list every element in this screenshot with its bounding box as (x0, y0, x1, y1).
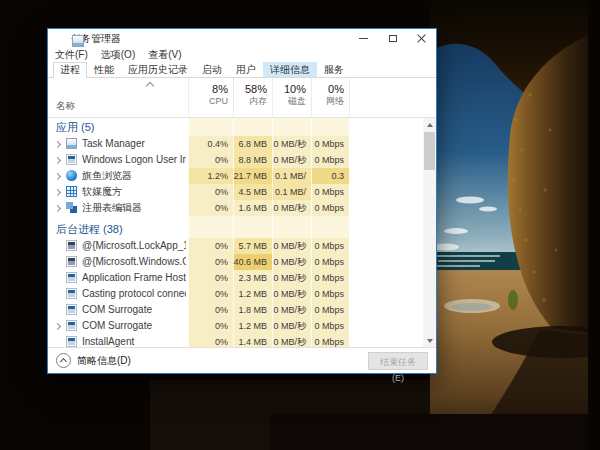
table-row[interactable]: @{Microsoft.LockApp_10.0.1... 0% 5.7 MB … (48, 238, 423, 254)
task-manager-window: 任务管理器 文件(F) 选项(O) 查看(V) 进程 性能 应用历史记录 启动 … (47, 28, 437, 374)
network-value-cell: 0 Mbps (311, 184, 349, 200)
process-groups: 应用 (5) Task Manager 0.4% 6.8 MB 0 MB/秒 0… (48, 118, 423, 347)
chevron-right-icon[interactable] (54, 140, 62, 148)
footer-bar: 简略信息(D) 结束任务(E) (48, 347, 436, 373)
memory-value-cell: 40.6 MB (233, 254, 272, 270)
disk-value-cell: 0 MB/秒 (272, 286, 311, 302)
cpu-value-cell: 0% (188, 334, 233, 347)
tab-startup[interactable]: 启动 (195, 62, 229, 77)
memory-value-cell: 21.7 MB (233, 168, 272, 184)
process-icon (66, 186, 77, 197)
taskmgr-icon (72, 35, 84, 47)
tab-performance[interactable]: 性能 (87, 62, 121, 77)
process-list: 应用 (5) Task Manager 0.4% 6.8 MB 0 MB/秒 0… (48, 118, 436, 347)
disk-value-cell: 0.1 MB/秒 (272, 184, 311, 200)
group-header-background[interactable]: 后台进程 (38) (48, 220, 423, 238)
table-row[interactable]: Application Frame Host 0% 2.3 MB 0 MB/秒 … (48, 270, 423, 286)
group-header-apps[interactable]: 应用 (5) (48, 118, 423, 136)
process-icon (66, 320, 77, 331)
memory-value-cell: 4.5 MB (233, 184, 272, 200)
process-icon (66, 288, 77, 299)
vertical-scrollbar[interactable] (423, 118, 436, 347)
network-value-cell: 0 Mbps (311, 254, 349, 270)
memory-value-cell: 2.3 MB (233, 270, 272, 286)
scroll-down-icon[interactable] (423, 334, 436, 347)
table-row[interactable]: 注册表编辑器 0% 1.6 MB 0 MB/秒 0 Mbps (48, 200, 423, 216)
chevron-right-icon[interactable] (54, 172, 62, 180)
process-name: COM Surrogate (82, 302, 186, 318)
cpu-value-cell: 1.2% (188, 168, 233, 184)
memory-value-cell: 8.8 MB (233, 152, 272, 168)
process-icon (66, 138, 77, 149)
disk-value-cell: 0 MB/秒 (272, 318, 311, 334)
network-value-cell: 0 Mbps (311, 302, 349, 318)
chevron-right-icon[interactable] (54, 156, 62, 164)
network-value-cell: 0.3 Mbps (311, 168, 349, 184)
title-bar[interactable]: 任务管理器 (48, 29, 436, 48)
table-row[interactable]: 旗鱼浏览器 1.2% 21.7 MB 0.1 MB/秒 0.3 Mbps (48, 168, 423, 184)
chevron-right-icon[interactable] (54, 322, 62, 330)
column-header-cpu[interactable]: 8% CPU (188, 78, 233, 117)
network-value-cell: 0 Mbps (311, 238, 349, 254)
table-row[interactable]: COM Surrogate 0% 1.2 MB 0 MB/秒 0 Mbps (48, 318, 423, 334)
tab-services[interactable]: 服务 (317, 62, 351, 77)
process-icon (66, 304, 77, 315)
chevron-right-icon[interactable] (54, 188, 62, 196)
cpu-value-cell: 0% (188, 238, 233, 254)
tab-processes[interactable]: 进程 (53, 62, 87, 78)
network-value-cell: 0 Mbps (311, 152, 349, 168)
table-row[interactable]: Casting protocol connection ... 0% 1.2 M… (48, 286, 423, 302)
process-name: Task Manager (82, 136, 186, 152)
menu-view[interactable]: 查看(V) (148, 48, 181, 62)
chevron-right-icon[interactable] (54, 204, 62, 212)
close-icon[interactable] (407, 29, 436, 48)
details-toggle-label[interactable]: 简略信息(D) (77, 354, 131, 368)
column-header-memory[interactable]: 58% 内存 (233, 78, 272, 117)
window-controls (349, 29, 436, 48)
cpu-value-cell: 0% (188, 318, 233, 334)
table-row[interactable]: Task Manager 0.4% 6.8 MB 0 MB/秒 0 Mbps (48, 136, 423, 152)
process-icon (66, 154, 77, 165)
collapse-details-icon[interactable] (56, 353, 71, 368)
memory-value-cell: 5.7 MB (233, 238, 272, 254)
table-row[interactable]: InstallAgent 0% 1.4 MB 0 MB/秒 0 Mbps (48, 334, 423, 347)
tab-details[interactable]: 详细信息 (263, 62, 317, 77)
scroll-up-icon[interactable] (423, 118, 436, 131)
process-name: 软媒魔方 (82, 184, 186, 200)
table-row[interactable]: @{Microsoft.Windows.Corta... 0% 40.6 MB … (48, 254, 423, 270)
memory-column-label: 内存 (234, 96, 267, 107)
minimize-icon[interactable] (349, 29, 378, 48)
process-name: 注册表编辑器 (82, 200, 186, 216)
cpu-value-cell: 0% (188, 302, 233, 318)
memory-value-cell: 1.8 MB (233, 302, 272, 318)
cpu-value-cell: 0% (188, 270, 233, 286)
process-icon (66, 336, 77, 347)
scrollbar-thumb[interactable] (424, 132, 435, 170)
memory-value-cell: 1.2 MB (233, 286, 272, 302)
disk-value-cell: 0 MB/秒 (272, 152, 311, 168)
cpu-value-cell: 0% (188, 152, 233, 168)
cpu-value-cell: 0% (188, 254, 233, 270)
column-header-row: 名称 8% CPU 58% 内存 10% 磁盘 0% 网络 (48, 78, 436, 118)
end-task-button[interactable]: 结束任务(E) (368, 352, 428, 370)
column-header-name[interactable]: 名称 (56, 100, 75, 113)
menu-file[interactable]: 文件(F) (55, 48, 88, 62)
column-header-network[interactable]: 0% 网络 (311, 78, 349, 117)
memory-value-cell: 1.6 MB (233, 200, 272, 216)
tab-app-history[interactable]: 应用历史记录 (121, 62, 195, 77)
table-row[interactable]: Windows Logon User Interfa... 0% 8.8 MB … (48, 152, 423, 168)
disk-value-cell: 0.1 MB/秒 (272, 168, 311, 184)
maximize-icon[interactable] (378, 29, 407, 48)
apps-group: 应用 (5) Task Manager 0.4% 6.8 MB 0 MB/秒 0… (48, 118, 423, 216)
tab-users[interactable]: 用户 (229, 62, 263, 77)
disk-value-cell: 0 MB/秒 (272, 136, 311, 152)
disk-column-label: 磁盘 (273, 96, 306, 107)
disk-total-percent: 10% (273, 83, 306, 96)
table-row[interactable]: COM Surrogate 0% 1.8 MB 0 MB/秒 0 Mbps (48, 302, 423, 318)
network-value-cell: 0 Mbps (311, 318, 349, 334)
table-row[interactable]: 软媒魔方 0% 4.5 MB 0.1 MB/秒 0 Mbps (48, 184, 423, 200)
menu-options[interactable]: 选项(O) (101, 48, 135, 62)
process-icon (66, 170, 77, 181)
column-header-disk[interactable]: 10% 磁盘 (272, 78, 311, 117)
cpu-column-label: CPU (189, 96, 228, 107)
